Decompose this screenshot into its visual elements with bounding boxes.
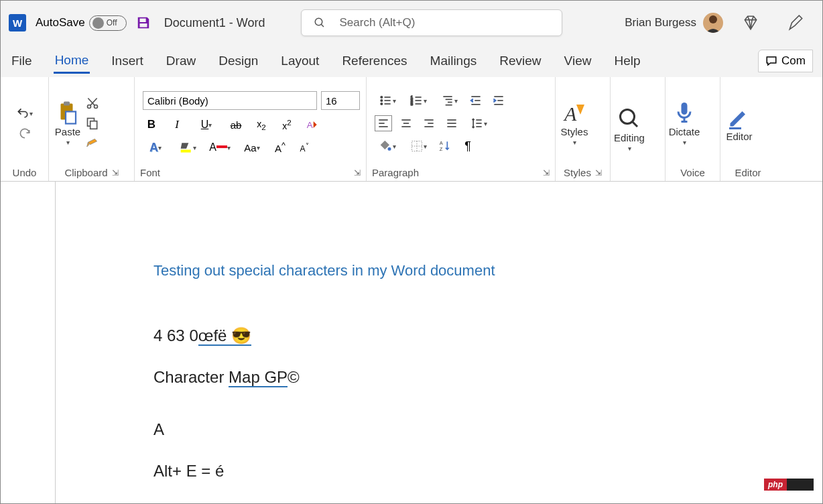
- align-right-button[interactable]: [420, 115, 438, 131]
- group-clipboard-label: Clipboard: [64, 167, 107, 178]
- comment-icon: [765, 55, 777, 67]
- clipboard-launcher-icon[interactable]: ⇲: [112, 168, 119, 178]
- group-paragraph-label: Paragraph: [372, 167, 419, 178]
- bold-button[interactable]: B: [143, 117, 160, 133]
- group-editing: Editing ▾: [611, 77, 666, 181]
- bullets-button[interactable]: ▾: [375, 92, 400, 109]
- group-font-label: Font: [140, 167, 160, 178]
- diamond-icon[interactable]: [742, 14, 759, 32]
- svg-text:Z: Z: [440, 146, 443, 152]
- watermark-text: php: [764, 479, 787, 491]
- svg-point-16: [381, 103, 383, 105]
- cut-button[interactable]: [84, 95, 101, 111]
- document-heading: Testing out special characters in my Wor…: [153, 262, 822, 279]
- tab-layout[interactable]: Layout: [279, 50, 320, 72]
- line-spacing-button[interactable]: ▾: [466, 115, 491, 131]
- grow-font-button[interactable]: A^: [271, 139, 289, 155]
- italic-button[interactable]: I: [168, 117, 186, 133]
- strikethrough-button[interactable]: ab: [227, 117, 245, 133]
- toggle-switch[interactable]: Off: [89, 15, 127, 31]
- font-size-select[interactable]: [321, 91, 360, 110]
- document-area: Testing out special characters in my Wor…: [1, 182, 822, 504]
- format-painter-button[interactable]: [84, 135, 101, 151]
- shrink-font-button[interactable]: A˅: [296, 139, 313, 155]
- tab-draw[interactable]: Draw: [165, 50, 197, 72]
- group-voice-label: Voice: [680, 167, 705, 178]
- svg-rect-4: [64, 102, 70, 106]
- font-name-select[interactable]: [143, 91, 317, 110]
- clear-formatting-button[interactable]: A: [304, 117, 321, 133]
- paste-label: Paste: [55, 126, 80, 137]
- editing-button[interactable]: Editing ▾: [616, 81, 643, 177]
- tab-insert[interactable]: Insert: [110, 50, 145, 72]
- svg-point-55: [621, 109, 635, 123]
- font-color-button[interactable]: A▾: [207, 139, 233, 155]
- group-font: B I U▾ ab x2 x2 A A▾ ▾ A▾ Aa▾ A^ A˅ Font…: [135, 77, 367, 181]
- align-left-button[interactable]: [375, 115, 392, 131]
- group-editor-label: Editor: [735, 167, 761, 178]
- shading-button[interactable]: ▾: [375, 138, 400, 154]
- svg-line-56: [633, 121, 638, 127]
- svg-rect-57: [682, 103, 688, 115]
- editor-button[interactable]: Editor: [726, 81, 753, 166]
- numbering-button[interactable]: 123▾: [405, 92, 431, 109]
- decrease-indent-button[interactable]: [467, 92, 485, 109]
- tab-file[interactable]: File: [10, 50, 34, 72]
- svg-point-2: [709, 15, 717, 23]
- ribbon-tabs: File Home Insert Draw Design Layout Refe…: [1, 45, 822, 77]
- document-title: Document1 - Word: [164, 16, 265, 30]
- text-effects-button[interactable]: A▾: [143, 139, 168, 155]
- highlight-button[interactable]: ▾: [175, 139, 200, 155]
- styles-launcher-icon[interactable]: ⇲: [595, 168, 602, 178]
- redo-button[interactable]: [16, 125, 34, 141]
- styles-button[interactable]: A Styles ▾: [561, 81, 588, 166]
- user-account[interactable]: Brian Burgess: [625, 13, 723, 33]
- tab-help[interactable]: Help: [613, 50, 641, 72]
- group-editor: Editor Editor: [720, 77, 775, 181]
- change-case-button[interactable]: Aa▾: [239, 139, 265, 155]
- comments-button[interactable]: Com: [758, 50, 813, 72]
- align-center-button[interactable]: [397, 115, 415, 131]
- font-launcher-icon[interactable]: ⇲: [354, 168, 361, 178]
- paragraph-launcher-icon[interactable]: ⇲: [543, 168, 550, 178]
- multilevel-list-button[interactable]: ▾: [436, 92, 462, 109]
- increase-indent-button[interactable]: [490, 92, 507, 109]
- svg-rect-11: [180, 149, 190, 152]
- tab-mailings[interactable]: Mailings: [429, 50, 479, 72]
- document-page[interactable]: Testing out special characters in my Wor…: [56, 182, 822, 504]
- tab-design[interactable]: Design: [217, 50, 259, 72]
- group-undo: ▾ Undo: [1, 77, 49, 181]
- underline-button[interactable]: U▾: [194, 117, 219, 133]
- group-paragraph: ▾ 123▾ ▾ ▾ ▾ ▾ AZ ¶ Paragraph⇲: [367, 77, 556, 181]
- sort-button[interactable]: AZ: [436, 138, 454, 154]
- svg-text:A: A: [307, 120, 313, 130]
- autosave-label: AutoSave: [36, 16, 85, 29]
- svg-point-12: [381, 97, 383, 99]
- group-undo-label: Undo: [13, 167, 37, 178]
- tab-home[interactable]: Home: [54, 49, 90, 74]
- show-marks-button[interactable]: ¶: [459, 138, 477, 154]
- dictate-button[interactable]: Dictate ▾: [671, 81, 698, 166]
- toggle-state: Off: [107, 18, 117, 27]
- undo-button[interactable]: ▾: [12, 105, 38, 121]
- svg-rect-9: [90, 121, 97, 129]
- subscript-button[interactable]: x2: [253, 117, 270, 133]
- superscript-button[interactable]: x2: [278, 117, 296, 133]
- tab-references[interactable]: References: [340, 50, 408, 72]
- tab-review[interactable]: Review: [498, 50, 542, 72]
- group-clipboard: Paste ▾ Clipboard⇲: [49, 77, 135, 181]
- search-icon: [314, 17, 326, 29]
- borders-button[interactable]: ▾: [405, 138, 431, 154]
- autosave-toggle[interactable]: AutoSave Off: [36, 15, 127, 31]
- navigation-gutter: [1, 182, 56, 504]
- editing-label: Editing: [614, 132, 645, 143]
- copy-button[interactable]: [84, 115, 101, 131]
- search-box[interactable]: Search (Alt+Q): [301, 9, 562, 36]
- ribbon: ▾ Undo Paste ▾ Clipboard⇲: [1, 77, 822, 182]
- paste-button[interactable]: Paste ▾: [54, 81, 81, 166]
- tab-view[interactable]: View: [563, 50, 593, 72]
- save-icon[interactable]: [136, 15, 151, 30]
- document-line-4: Alt+ E = é: [153, 462, 822, 481]
- pen-icon[interactable]: [787, 14, 805, 32]
- justify-button[interactable]: [443, 115, 460, 131]
